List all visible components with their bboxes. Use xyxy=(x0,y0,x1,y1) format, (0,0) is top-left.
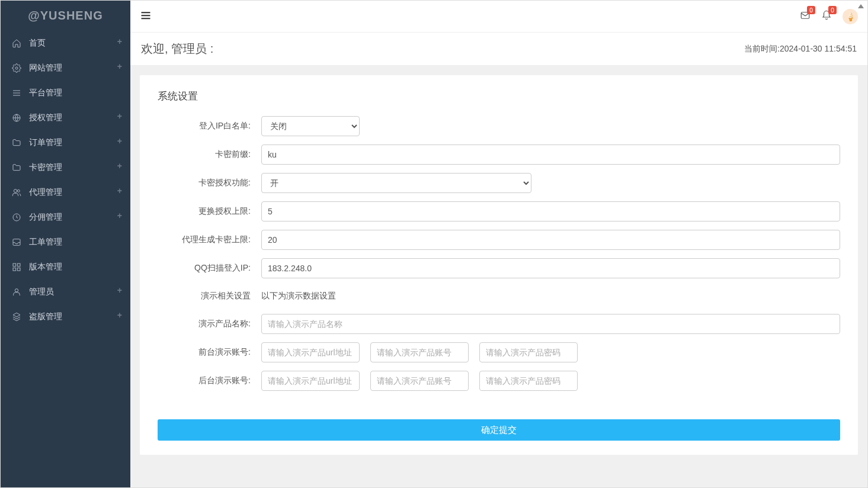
welcome-text: 欢迎, 管理员 : xyxy=(141,41,213,57)
clock-icon xyxy=(11,212,22,223)
layers-icon xyxy=(11,312,22,322)
scroll-up-button[interactable] xyxy=(858,4,864,8)
label-demo-product: 演示产品名称: xyxy=(158,319,261,329)
welcome-bar: 欢迎, 管理员 : 当前时间:2024-01-30 11:54:51 xyxy=(130,33,867,66)
sidebar-item-1[interactable]: 网站管理+ xyxy=(1,56,130,81)
grid-icon xyxy=(11,262,22,272)
input-card-prefix[interactable] xyxy=(261,145,840,165)
folder-icon xyxy=(11,162,22,173)
svg-rect-8 xyxy=(13,239,20,246)
current-time: 当前时间:2024-01-30 11:54:51 xyxy=(744,44,857,54)
sidebar-item-11[interactable]: 盗版管理+ xyxy=(1,304,130,329)
brand-logo: @YUSHENG xyxy=(1,1,130,31)
demo-section-note: 以下为演示数据设置 xyxy=(261,287,336,306)
sidebar: @YUSHENG 首页+网站管理+平台管理授权管理+订单管理+卡密管理+代理管理… xyxy=(1,1,130,487)
sidebar-item-7[interactable]: 分佣管理+ xyxy=(1,205,130,230)
sidebar-item-label: 卡密管理 xyxy=(29,162,62,173)
sidebar-item-label: 分佣管理 xyxy=(29,212,62,223)
user-icon xyxy=(11,287,22,297)
avatar[interactable]: 🍦 xyxy=(843,9,858,24)
input-qq-ip[interactable] xyxy=(261,258,840,278)
mail-icon[interactable]: 0 xyxy=(800,10,811,23)
svg-rect-16 xyxy=(142,18,150,19)
svg-rect-12 xyxy=(17,268,20,271)
label-demo-section: 演示相关设置 xyxy=(158,291,261,301)
hamburger-icon[interactable] xyxy=(140,9,152,23)
label-front-demo: 前台演示账号: xyxy=(158,347,261,358)
expand-icon: + xyxy=(117,310,122,320)
input-back-demo-url[interactable] xyxy=(261,371,360,391)
bell-icon[interactable]: 0 xyxy=(821,10,832,23)
sidebar-item-6[interactable]: 代理管理+ xyxy=(1,180,130,205)
settings-panel: 系统设置 登入IP白名单: 关闭 卡密前缀: 卡密 xyxy=(140,75,858,455)
panel-title: 系统设置 xyxy=(158,89,840,103)
svg-rect-9 xyxy=(13,264,16,267)
gear-icon xyxy=(11,63,22,73)
input-back-demo-account[interactable] xyxy=(370,371,469,391)
sidebar-item-0[interactable]: 首页+ xyxy=(1,31,130,56)
sidebar-item-2[interactable]: 平台管理 xyxy=(1,81,130,105)
input-front-demo-url[interactable] xyxy=(261,342,360,362)
svg-rect-15 xyxy=(142,15,150,16)
sidebar-item-label: 管理员 xyxy=(29,287,54,297)
label-agent-card-limit: 代理生成卡密上限: xyxy=(158,235,261,245)
topbar: 0 0 🍦 xyxy=(130,1,867,33)
svg-rect-11 xyxy=(13,268,16,271)
sidebar-item-label: 订单管理 xyxy=(29,137,62,148)
globe-icon xyxy=(11,113,22,123)
menu-icon xyxy=(11,88,22,98)
sidebar-item-5[interactable]: 卡密管理+ xyxy=(1,155,130,180)
svg-rect-10 xyxy=(17,264,20,267)
sidebar-item-label: 代理管理 xyxy=(29,187,62,198)
expand-icon: + xyxy=(117,37,122,46)
svg-point-5 xyxy=(14,190,17,192)
svg-point-13 xyxy=(15,289,18,292)
inbox-icon xyxy=(11,237,22,248)
sidebar-item-label: 平台管理 xyxy=(29,88,62,98)
expand-icon: + xyxy=(117,161,122,171)
label-ip-whitelist: 登入IP白名单: xyxy=(158,121,261,131)
sidebar-item-label: 盗版管理 xyxy=(29,312,62,322)
sidebar-item-label: 首页 xyxy=(29,38,46,49)
bell-badge: 0 xyxy=(828,6,837,14)
expand-icon: + xyxy=(117,211,122,220)
input-demo-product[interactable] xyxy=(261,314,840,334)
expand-icon: + xyxy=(117,285,122,295)
sidebar-item-4[interactable]: 订单管理+ xyxy=(1,130,130,155)
label-card-auth: 卡密授权功能: xyxy=(158,178,261,188)
sidebar-item-label: 网站管理 xyxy=(29,63,62,73)
sidebar-item-10[interactable]: 管理员+ xyxy=(1,280,130,304)
svg-point-0 xyxy=(15,67,18,69)
expand-icon: + xyxy=(117,136,122,146)
sidebar-item-8[interactable]: 工单管理 xyxy=(1,230,130,255)
expand-icon: + xyxy=(117,186,122,195)
svg-rect-14 xyxy=(142,12,150,13)
input-front-demo-account[interactable] xyxy=(370,342,469,362)
label-change-limit: 更换授权上限: xyxy=(158,206,261,217)
input-change-limit[interactable] xyxy=(261,201,840,221)
sidebar-item-3[interactable]: 授权管理+ xyxy=(1,105,130,130)
expand-icon: + xyxy=(117,111,122,121)
input-back-demo-password[interactable] xyxy=(479,371,578,391)
input-front-demo-password[interactable] xyxy=(479,342,578,362)
main-area: 0 0 🍦 欢迎, 管理员 : 当前时间:2024-01-30 11:54:51… xyxy=(130,1,867,487)
label-card-prefix: 卡密前缀: xyxy=(158,149,261,160)
sidebar-item-label: 授权管理 xyxy=(29,113,62,123)
submit-button[interactable]: 确定提交 xyxy=(158,419,840,441)
users-icon xyxy=(11,187,22,198)
label-qq-ip: QQ扫描登入IP: xyxy=(158,263,261,274)
select-ip-whitelist[interactable]: 关闭 xyxy=(261,116,360,136)
svg-point-6 xyxy=(17,190,20,192)
sidebar-item-label: 版本管理 xyxy=(29,262,62,272)
sidebar-item-label: 工单管理 xyxy=(29,237,62,248)
home-icon xyxy=(11,38,22,49)
folder-icon xyxy=(11,137,22,148)
mail-badge: 0 xyxy=(807,6,815,14)
input-agent-card-limit[interactable] xyxy=(261,230,840,250)
expand-icon: + xyxy=(117,62,122,71)
select-card-auth[interactable]: 开 xyxy=(261,173,531,193)
sidebar-item-9[interactable]: 版本管理 xyxy=(1,255,130,280)
label-back-demo: 后台演示账号: xyxy=(158,375,261,386)
